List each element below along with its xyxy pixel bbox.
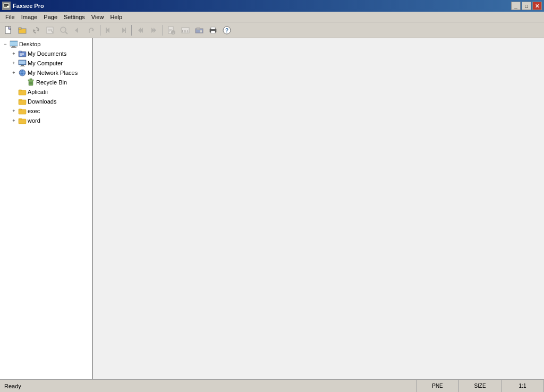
desktop-expander[interactable]: − [1, 40, 10, 48]
rotate-button[interactable] [85, 24, 98, 37]
svg-rect-2 [4, 5, 8, 6]
svg-rect-45 [11, 47, 16, 48]
my-network-expander[interactable]: + [10, 69, 18, 77]
svg-rect-44 [12, 46, 15, 47]
fax-send-button[interactable] [193, 24, 206, 37]
help-toolbar-button[interactable]: ? [220, 24, 233, 37]
tree-item-exec[interactable]: + exec [0, 106, 92, 116]
svg-rect-20 [106, 28, 107, 33]
word-expander[interactable]: + [10, 116, 18, 125]
svg-rect-48 [20, 53, 24, 54]
file-tree-panel: − Desktop + [0, 38, 93, 379]
scan-button[interactable] [57, 24, 70, 37]
svg-rect-62 [30, 79, 32, 80]
downloads-folder-icon [18, 97, 27, 106]
word-folder-icon [18, 116, 27, 125]
menu-image[interactable]: Image [18, 13, 41, 21]
menu-settings[interactable]: Settings [61, 13, 88, 21]
tiff-button[interactable]: TIFF [179, 24, 192, 37]
svg-rect-49 [20, 54, 24, 55]
svg-rect-35 [200, 30, 202, 32]
svg-text:?: ? [225, 28, 228, 33]
size-panel: SIZE [459, 380, 502, 392]
separator-2 [131, 25, 132, 36]
forward-button[interactable] [116, 24, 129, 37]
svg-text:TIFF: TIFF [182, 29, 190, 33]
aplicatii-folder-icon [18, 88, 27, 96]
svg-rect-34 [197, 28, 200, 30]
open-button[interactable] [16, 24, 29, 37]
downloads-expander [10, 97, 18, 106]
first-page-button[interactable] [134, 24, 147, 37]
menu-file[interactable]: File [2, 13, 18, 21]
prev-button[interactable] [103, 24, 115, 37]
maximize-button[interactable]: □ [522, 2, 531, 10]
menu-page[interactable]: Page [40, 13, 61, 21]
aplicatii-expander [10, 88, 18, 96]
document-area [93, 38, 544, 379]
status-text: Ready [0, 380, 416, 392]
svg-rect-70 [19, 109, 26, 114]
app-title: Faxsee Pro [13, 3, 44, 9]
svg-rect-68 [19, 100, 26, 105]
tree-item-my-computer[interactable]: + My Computer [0, 58, 92, 68]
downloads-label: Downloads [28, 98, 56, 105]
close-button[interactable]: ✕ [532, 2, 542, 10]
app-icon [2, 2, 11, 10]
zoom-value: 1:1 [519, 383, 526, 389]
exec-expander[interactable]: + [10, 107, 18, 115]
my-computer-icon [18, 59, 27, 67]
menu-bar: File Image Page Settings View Help [0, 12, 544, 22]
svg-rect-22 [125, 28, 126, 33]
tree-item-aplicatii[interactable]: Aplicatii [0, 87, 92, 97]
my-documents-expander[interactable]: + [10, 49, 18, 58]
new-button[interactable] [2, 24, 15, 37]
minimize-button[interactable]: _ [511, 2, 521, 10]
separator-1 [100, 25, 100, 36]
svg-rect-67 [19, 90, 22, 91]
svg-rect-39 [215, 30, 216, 30]
last-page-button[interactable] [148, 24, 160, 37]
print-button[interactable] [207, 24, 219, 37]
menu-view[interactable]: View [88, 13, 107, 21]
svg-marker-17 [91, 29, 94, 31]
svg-rect-43 [10, 41, 18, 46]
svg-text:1: 1 [173, 31, 174, 35]
exec-folder-icon [18, 107, 27, 115]
separator-3 [163, 25, 163, 36]
title-bar-buttons: _ □ ✕ [511, 2, 542, 10]
status-label: Ready [4, 383, 21, 389]
page-num-button[interactable]: P 1 [165, 24, 178, 37]
my-computer-label: My Computer [28, 60, 63, 66]
tree-item-my-documents[interactable]: + My Documents [0, 49, 92, 58]
recycle-expander [18, 78, 27, 87]
back-button[interactable] [71, 24, 84, 37]
tree-item-desktop[interactable]: − Desktop [0, 39, 92, 49]
svg-rect-66 [19, 90, 26, 95]
svg-rect-53 [21, 65, 24, 66]
svg-point-14 [61, 27, 66, 32]
menu-help[interactable]: Help [107, 13, 125, 21]
svg-rect-4 [5, 27, 11, 33]
status-bar: Ready PNE SIZE 1:1 [0, 379, 544, 392]
svg-rect-50 [20, 55, 22, 56]
size-value: SIZE [474, 383, 486, 389]
svg-marker-9 [33, 29, 36, 32]
svg-rect-71 [19, 109, 22, 110]
recycle-bin-icon [27, 78, 35, 87]
svg-rect-37 [211, 27, 215, 29]
title-bar-left: Faxsee Pro [2, 2, 44, 10]
tree-item-my-network[interactable]: + My Network Places [0, 68, 92, 78]
svg-marker-8 [37, 29, 39, 31]
svg-rect-1 [4, 4, 8, 5]
tree-item-downloads[interactable]: Downloads [0, 97, 92, 106]
tree-item-recycle-bin[interactable]: Recycle Bin [0, 78, 92, 87]
svg-rect-69 [19, 99, 22, 100]
edit-button[interactable] [44, 24, 56, 37]
svg-rect-73 [19, 118, 22, 120]
tree-item-word[interactable]: + word [0, 116, 92, 125]
refresh-button[interactable] [30, 24, 42, 37]
my-computer-expander[interactable]: + [10, 59, 18, 67]
desktop-icon [10, 40, 18, 48]
recycle-bin-label: Recycle Bin [36, 79, 67, 86]
